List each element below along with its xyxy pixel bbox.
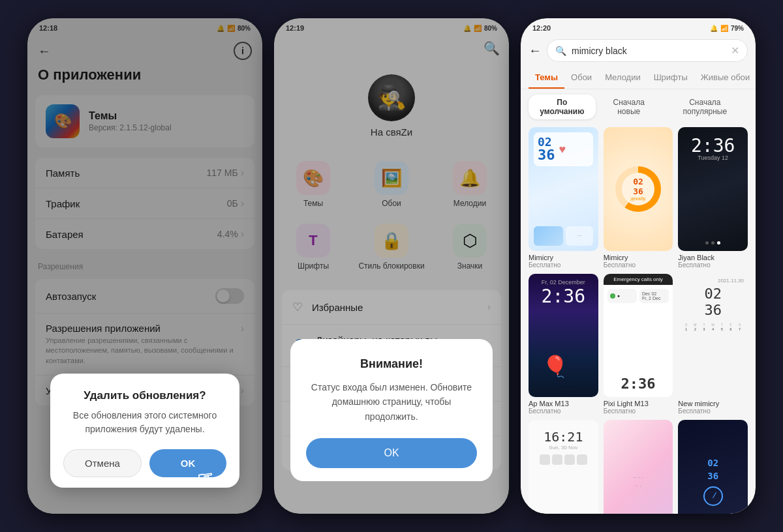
- theme-name-jiyan: Jiyan Black: [678, 254, 748, 261]
- search-input-value[interactable]: mimicry black: [572, 46, 726, 56]
- status-time-3: 12:20: [532, 24, 551, 32]
- theme-preview-minimal: 2021.11.30 0236 S M T W T F S 1 2 3: [678, 274, 748, 398]
- battery-3: 79%: [731, 25, 744, 32]
- cursor-hand-icon: ☞: [195, 466, 215, 490]
- dialog-1: Удалить обновления? Все обновления этого…: [50, 374, 239, 488]
- filter-popular[interactable]: Сначала популярные: [662, 95, 748, 119]
- theme-preview-dark-blue: 02 36: [678, 420, 748, 514]
- tabs-row: Темы Обои Мелодии Шрифты Живые обои: [521, 66, 756, 89]
- theme-card-new-mimicry[interactable]: 2021.11.30 0236 S M T W T F S 1 2 3: [678, 274, 748, 415]
- theme-preview-pixi: Emergency calls only ● Dec 02Fr, 2 Dec 2…: [604, 274, 673, 398]
- tab-live-wallpapers[interactable]: Живые обои: [694, 66, 756, 89]
- phone-2: 12:19 🔔 📶 80% 🔍 🕵️ На свяZи: [274, 18, 509, 514]
- theme-card-mimicry-1[interactable]: 0236 ♥ ··· Mimicry Бесплатно: [529, 127, 598, 269]
- theme-preview-dark: 2:36 Tuesday 12: [678, 127, 748, 251]
- theme-card-mimicry-2[interactable]: 0236 декабр Mimicry Бесплатно: [604, 127, 673, 269]
- filter-default[interactable]: По умолчанию: [529, 95, 596, 119]
- theme-card-pixi-light[interactable]: Emergency calls only ● Dec 02Fr, 2 Dec 2…: [604, 274, 673, 415]
- dialog-text-1: Все обновления этого системного приложен…: [63, 409, 226, 436]
- dialog-title-1: Удалить обновления?: [63, 389, 226, 402]
- theme-preview-orange: 0236 декабр: [604, 127, 673, 251]
- tab-fonts[interactable]: Шрифты: [647, 66, 694, 89]
- dialog2-text: Статус входа был изменен. Обновите домаш…: [306, 380, 477, 424]
- theme-name-ap-max: Ap Max M13: [529, 400, 598, 407]
- tab-wallpapers[interactable]: Обои: [564, 66, 598, 89]
- dialog2-title: Внимание!: [306, 357, 477, 371]
- search-icon-3: 🔍: [555, 46, 566, 56]
- search-clear-button[interactable]: ✕: [731, 44, 739, 57]
- themes-grid: 0236 ♥ ··· Mimicry Бесплатно: [521, 125, 756, 514]
- phone-1: 12:18 🔔 📶 80% ← i О приложении 🎨: [27, 18, 262, 514]
- theme-card-8[interactable]: ·· ·· · ·· · Theme 8 Бесплатно: [604, 420, 673, 514]
- theme-card-9[interactable]: 02 36 Theme 9 Бесплатно: [678, 420, 748, 514]
- theme-preview-night: Fr, 02 December 2:36 🎈: [529, 274, 598, 398]
- theme-name-new-mimicry: New mimicry: [678, 400, 748, 407]
- theme-price-pixi-light: Бесплатно: [604, 407, 673, 415]
- search-box[interactable]: 🔍 mimicry black ✕: [547, 39, 748, 62]
- status-icons-3: 🔔 📶 79%: [710, 25, 744, 32]
- theme-name-pixi-light: Pixi Light M13: [604, 400, 673, 407]
- dialog-overlay-2: Внимание! Статус входа был изменен. Обно…: [274, 18, 509, 514]
- tab-themes[interactable]: Темы: [529, 66, 564, 89]
- theme-name-mimicry-1: Mimicry: [529, 254, 598, 261]
- phone-1-screen: 12:18 🔔 📶 80% ← i О приложении 🎨: [27, 18, 262, 514]
- theme-price-ap-max: Бесплатно: [529, 407, 598, 415]
- notif-icon-3: 🔔: [710, 25, 718, 32]
- dialog-overlay-1: Удалить обновления? Все обновления этого…: [27, 18, 262, 514]
- dialog-buttons-1: Отмена OK ☞: [63, 449, 226, 477]
- theme-card-jiyan-black[interactable]: 2:36 Tuesday 12 Jiyan Black Бесплатно: [678, 127, 748, 269]
- theme-preview-pink: ·· ·· · ·· ·: [604, 420, 673, 514]
- phone-3: 12:20 🔔 📶 79% ← 🔍 mimicry black ✕ Темы: [521, 18, 756, 514]
- filter-newest[interactable]: Сначала новые: [596, 95, 662, 119]
- dialog-2: Внимание! Статус входа был изменен. Обно…: [290, 339, 493, 481]
- theme-name-mimicry-2: Mimicry: [604, 254, 673, 261]
- theme-price-mimicry-1: Бесплатно: [529, 261, 598, 269]
- dialog-cancel-button[interactable]: Отмена: [63, 449, 142, 477]
- dialog-ok-button[interactable]: OK ☞: [149, 449, 226, 477]
- theme-price-jiyan: Бесплатно: [678, 261, 748, 269]
- filter-row: По умолчанию Сначала новые Сначала попул…: [521, 89, 756, 125]
- phone-2-screen: 12:19 🔔 📶 80% 🔍 🕵️ На свяZи: [274, 18, 509, 514]
- theme-preview-white: 16:21 Sun, 30 Nov: [529, 420, 598, 514]
- tab-ringtones[interactable]: Мелодии: [598, 66, 647, 89]
- theme-card-7[interactable]: 16:21 Sun, 30 Nov Theme 7 Бесплатно: [529, 420, 598, 514]
- phone-3-screen: 12:20 🔔 📶 79% ← 🔍 mimicry black ✕ Темы: [521, 18, 756, 514]
- wifi-icon-3: 📶: [720, 25, 728, 32]
- phones-container: 12:18 🔔 📶 80% ← i О приложении 🎨: [14, 5, 769, 527]
- theme-price-mimicry-2: Бесплатно: [604, 261, 673, 269]
- dialog2-ok-button[interactable]: OK: [306, 438, 477, 468]
- status-bar-3: 12:20 🔔 📶 79%: [521, 18, 756, 35]
- theme-preview-blue: 0236 ♥ ···: [529, 127, 598, 251]
- search-back-button[interactable]: ←: [529, 43, 542, 58]
- theme-card-ap-max[interactable]: Fr, 02 December 2:36 🎈 Ap Max M13 Беспла…: [529, 274, 598, 415]
- search-bar-row: ← 🔍 mimicry black ✕: [521, 35, 756, 66]
- orange-circle: 0236 декабр: [615, 166, 661, 212]
- theme-price-new-mimicry: Бесплатно: [678, 407, 748, 415]
